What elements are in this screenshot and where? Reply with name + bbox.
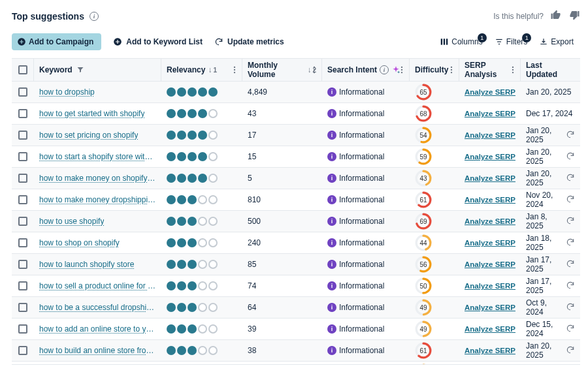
row-checkbox[interactable] [18, 217, 27, 226]
analyze-serp-link[interactable]: Analyze SERP [465, 131, 515, 139]
refresh-icon[interactable] [566, 302, 575, 313]
col-header-keyword[interactable]: Keyword [34, 59, 161, 81]
kebab-icon[interactable] [447, 65, 456, 74]
analyze-serp-link[interactable]: Analyze SERP [465, 110, 515, 117]
monthly-volume: 39 [242, 319, 322, 339]
difficulty-ring: 68 [415, 105, 432, 122]
filter-icon [76, 66, 84, 74]
table-row: how to sell a product online for free74i… [12, 275, 580, 297]
filter-icon [495, 37, 504, 46]
last-updated: Jan 20, 2025 [526, 341, 566, 360]
analyze-serp-link[interactable]: Analyze SERP [465, 325, 515, 333]
kebab-icon[interactable] [230, 65, 239, 74]
monthly-volume: 17 [242, 125, 322, 146]
relevancy-dots [167, 238, 218, 247]
monthly-volume: 85 [242, 254, 322, 275]
keyword-link[interactable]: how to get started with shopify [39, 109, 144, 118]
keyword-link[interactable]: how to shop on shopify [39, 238, 120, 247]
keyword-link[interactable]: how to launch shopify store [39, 260, 134, 269]
plus-circle-icon [113, 37, 122, 46]
row-checkbox[interactable] [18, 131, 27, 140]
svg-point-8 [234, 67, 235, 68]
info-icon[interactable]: i [380, 65, 389, 74]
refresh-icon[interactable] [566, 281, 575, 292]
analyze-serp-link[interactable]: Analyze SERP [465, 153, 515, 161]
kebab-icon[interactable] [397, 65, 406, 74]
col-header-relevancy[interactable]: Relevancy ↓1 [161, 59, 242, 81]
col-header-volume[interactable]: Monthly Volume ↓2 [242, 59, 322, 81]
row-checkbox[interactable] [18, 195, 27, 204]
columns-badge: 1 [478, 33, 487, 42]
plus-circle-icon [17, 37, 26, 46]
svg-point-18 [451, 69, 452, 70]
analyze-serp-link[interactable]: Analyze SERP [465, 260, 515, 268]
analyze-serp-link[interactable]: Analyze SERP [465, 282, 515, 290]
search-intent: iInformational [327, 87, 384, 97]
row-checkbox[interactable] [18, 303, 27, 312]
svg-point-17 [451, 67, 452, 68]
add-to-campaign-button[interactable]: Add to Campaign [12, 33, 101, 50]
row-checkbox[interactable] [18, 324, 27, 334]
row-checkbox[interactable] [18, 109, 27, 118]
columns-button[interactable]: Columns 1 [440, 37, 482, 46]
columns-icon [440, 37, 449, 46]
keyword-link[interactable]: how to make money on shopify 2018 [39, 174, 156, 183]
row-checkbox[interactable] [18, 238, 27, 247]
kebab-icon[interactable] [310, 65, 319, 74]
info-badge-icon: i [327, 303, 336, 312]
row-checkbox[interactable] [18, 174, 27, 183]
select-all-checkbox[interactable] [18, 65, 27, 74]
keyword-link[interactable]: how to use shopify [39, 217, 104, 226]
col-header-difficulty[interactable]: Difficulty [410, 59, 459, 81]
svg-rect-4 [446, 39, 448, 44]
info-badge-icon: i [327, 281, 336, 290]
refresh-icon[interactable] [566, 238, 575, 249]
refresh-icon[interactable] [566, 195, 575, 206]
relevancy-dots [167, 217, 218, 226]
analyze-serp-link[interactable]: Analyze SERP [465, 88, 515, 96]
keyword-link[interactable]: how to dropship [39, 87, 95, 97]
update-metrics-button[interactable]: Update metrics [214, 37, 284, 46]
keyword-link[interactable]: how to add an online store to your websi… [39, 324, 156, 334]
table-row: how to dropship4,849iInformational65Anal… [12, 82, 580, 103]
refresh-icon[interactable] [566, 324, 575, 335]
refresh-icon[interactable] [566, 216, 575, 227]
thumbs-up-icon[interactable] [550, 9, 562, 23]
row-checkbox[interactable] [18, 346, 27, 355]
row-checkbox[interactable] [18, 281, 27, 290]
col-header-intent[interactable]: Search Intent i [322, 59, 410, 81]
row-checkbox[interactable] [18, 152, 27, 161]
analyze-serp-link[interactable]: Analyze SERP [465, 196, 515, 204]
monthly-volume: 500 [242, 211, 322, 232]
analyze-serp-link[interactable]: Analyze SERP [465, 174, 515, 182]
difficulty-ring: 50 [415, 277, 432, 294]
analyze-serp-link[interactable]: Analyze SERP [465, 239, 515, 247]
keyword-link[interactable]: how to make money dropshipping [39, 195, 156, 204]
keyword-link[interactable]: how to be a successful dropshipper [39, 303, 156, 312]
last-updated: Jan 18, 2025 [526, 234, 566, 252]
refresh-icon[interactable] [566, 345, 575, 356]
keyword-link[interactable]: how to sell a product online for free [39, 281, 156, 290]
analyze-serp-link[interactable]: Analyze SERP [465, 304, 515, 311]
info-icon[interactable]: i [90, 12, 99, 21]
search-intent: iInformational [327, 217, 384, 226]
table-row: how to be a successful dropshipper64iInf… [12, 297, 580, 319]
add-to-keyword-list-button[interactable]: Add to Keyword List [113, 37, 203, 46]
keyword-link[interactable]: how to set pricing on shopify [39, 131, 138, 140]
row-checkbox[interactable] [18, 87, 27, 97]
refresh-icon[interactable] [566, 151, 575, 163]
export-icon [539, 37, 548, 46]
row-checkbox[interactable] [18, 260, 27, 269]
keyword-link[interactable]: how to start a shopify store with no mon… [39, 152, 156, 161]
thumbs-down-icon[interactable] [568, 9, 580, 23]
table-row: how to start a shopify store with no mon… [12, 146, 580, 168]
filters-button[interactable]: Filters 1 [495, 37, 528, 46]
refresh-icon[interactable] [566, 173, 575, 184]
export-button[interactable]: Export [539, 37, 574, 46]
keyword-link[interactable]: how to build an online store from scratc… [39, 346, 156, 355]
analyze-serp-link[interactable]: Analyze SERP [465, 217, 515, 225]
analyze-serp-link[interactable]: Analyze SERP [465, 347, 515, 354]
refresh-icon[interactable] [566, 130, 575, 141]
kebab-icon[interactable] [508, 65, 517, 74]
refresh-icon[interactable] [566, 259, 575, 270]
